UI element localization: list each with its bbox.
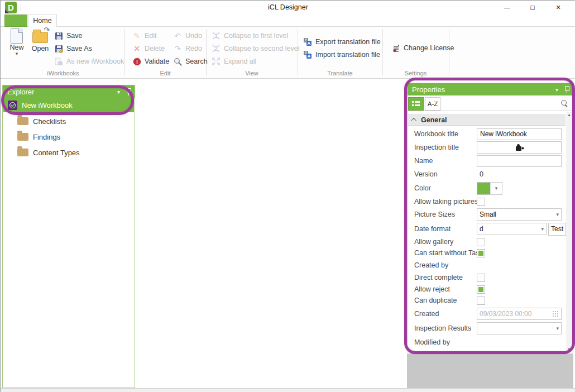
- expand-all-label: Expand all: [224, 58, 256, 65]
- export-translation-button[interactable]: A Export translation file: [303, 36, 381, 48]
- section-general[interactable]: General: [408, 114, 566, 126]
- field-version: Version 0: [414, 169, 562, 180]
- search-button[interactable]: Search: [173, 55, 208, 68]
- change-license-button[interactable]: Change License: [391, 42, 454, 54]
- save-button[interactable]: Save: [54, 30, 83, 42]
- explorer-pin-icon[interactable]: [126, 88, 131, 95]
- chevron-down-icon: ▾: [553, 326, 559, 331]
- color-picker[interactable]: ▾: [477, 182, 502, 195]
- import-translation-label: Import translation file: [315, 51, 380, 59]
- picture-sizes-select[interactable]: Small▾: [477, 208, 562, 221]
- group-separator: [206, 29, 207, 76]
- tree-item-checklists[interactable]: Checklists: [3, 113, 134, 129]
- as-new-iworkbook-label: As new iWorkbook: [66, 58, 124, 65]
- change-license-label: Change License: [404, 44, 454, 52]
- scroll-up-icon[interactable]: ▲: [567, 112, 571, 118]
- field-inspection-results: Inspection Results ▾: [414, 322, 562, 335]
- search-icon: [173, 57, 182, 66]
- close-button[interactable]: ✕: [545, 1, 571, 15]
- collapse-1-icon: 1: [212, 31, 221, 40]
- field-inspection-title: Inspection title: [414, 141, 562, 154]
- properties-pin-icon[interactable]: [564, 85, 569, 93]
- properties-toolbar: A-Z: [408, 97, 573, 111]
- chevron-down-icon: ▾: [490, 183, 502, 194]
- chevron-down-icon: ▾: [541, 226, 544, 232]
- calendar-grid-icon[interactable]: [552, 310, 559, 317]
- save-icon: [54, 31, 63, 40]
- ribbon: New ▾ ↷ Open Save Save As As new iWorkbo…: [1, 27, 575, 79]
- folder-icon: [17, 149, 28, 156]
- inspection-results-select[interactable]: ▾: [477, 322, 562, 334]
- scroll-down-icon[interactable]: ▼: [567, 346, 571, 352]
- properties-search-input[interactable]: [442, 97, 561, 111]
- allow-taking-pictures-checkbox[interactable]: [477, 198, 485, 206]
- section-general-label: General: [421, 116, 447, 124]
- maximize-button[interactable]: ◻: [520, 1, 545, 15]
- minimize-button[interactable]: —: [494, 1, 520, 15]
- new-button-label: New: [9, 44, 23, 51]
- save-button-label: Save: [66, 32, 83, 40]
- open-arrow-icon: ↷: [44, 26, 50, 34]
- categorized-icon: [412, 101, 420, 107]
- created-date-input: 09/03/2023 00:00: [477, 308, 562, 320]
- folder-icon: [17, 133, 28, 141]
- validate-button[interactable]: ! Validate: [132, 55, 169, 68]
- group-label-translate: Translate: [298, 70, 382, 78]
- save-as-button-label: Save As: [66, 45, 92, 52]
- group-label-settings: Settings: [382, 70, 449, 78]
- alphabetical-view-button[interactable]: A-Z: [425, 97, 440, 111]
- validate-icon: !: [132, 57, 141, 66]
- tree-item-content-types[interactable]: Content Types: [3, 145, 134, 160]
- field-color: Color ▾: [414, 181, 562, 195]
- save-as-button[interactable]: Save As: [54, 42, 92, 55]
- delete-button: ✕ Delete: [132, 42, 165, 55]
- redo-button: ↷ Redo: [173, 42, 202, 55]
- import-translation-button[interactable]: A Import translation file: [303, 49, 380, 61]
- svg-text:A: A: [308, 41, 311, 46]
- collapse-first-level-label: Collapse to first level: [224, 32, 288, 40]
- field-workbook-title: Workbook title: [414, 127, 562, 141]
- group-separator: [382, 29, 383, 76]
- properties-menu-icon[interactable]: ▾: [555, 87, 558, 93]
- allow-reject-checkbox[interactable]: [477, 285, 485, 294]
- collapse-second-level-button: 2 Collapse to second level: [212, 42, 300, 55]
- explorer-menu-icon[interactable]: ▾: [117, 89, 120, 95]
- properties-scrollbar[interactable]: ▲ ▼: [566, 112, 572, 352]
- field-name: Name: [414, 154, 562, 168]
- direct-complete-checkbox[interactable]: [477, 274, 485, 282]
- ribbon-tab-row: Home: [1, 15, 575, 27]
- tab-home[interactable]: Home: [28, 15, 57, 27]
- edit-button: ✎ Edit: [132, 30, 157, 42]
- inspection-title-input[interactable]: [477, 141, 562, 154]
- tree-item-findings[interactable]: Findings: [3, 129, 134, 145]
- field-allow-gallery: Allow gallery: [414, 237, 562, 247]
- properties-title: Properties: [412, 85, 445, 94]
- docked-panel-placeholder: [407, 353, 573, 388]
- workbook-title-input[interactable]: [477, 128, 562, 140]
- allow-gallery-checkbox[interactable]: [477, 238, 485, 246]
- field-allow-reject: Allow reject: [414, 284, 562, 294]
- chevron-down-icon: ▾: [556, 212, 559, 217]
- tree-item-label: Content Types: [33, 149, 80, 157]
- test-button[interactable]: Test: [548, 223, 566, 236]
- name-input[interactable]: [477, 155, 562, 167]
- redo-button-label: Redo: [185, 45, 202, 52]
- validate-button-label: Validate: [145, 58, 169, 65]
- tree-item-new-iworkbook[interactable]: New iWorkbook: [3, 98, 134, 112]
- new-button[interactable]: New ▾: [7, 28, 26, 56]
- categorized-view-button[interactable]: [408, 97, 424, 111]
- properties-fields: General Workbook title Inspection title …: [408, 111, 566, 353]
- can-start-without-task-checkbox[interactable]: [477, 249, 485, 257]
- file-menu-button[interactable]: [4, 15, 27, 27]
- svg-text:A: A: [308, 54, 311, 59]
- can-duplicate-checkbox[interactable]: [477, 297, 485, 305]
- chevron-up-icon: [411, 118, 416, 123]
- window-title: iCL Designer: [1, 1, 575, 15]
- collapse-2-icon: 2: [212, 44, 221, 53]
- iworkbook-icon: [8, 101, 17, 110]
- open-button[interactable]: ↷ Open: [28, 28, 52, 52]
- svg-text:2: 2: [214, 46, 218, 52]
- open-folder-icon: ↷: [32, 32, 48, 43]
- date-format-combo[interactable]: d▾: [477, 223, 547, 235]
- search-button-label: Search: [185, 58, 208, 65]
